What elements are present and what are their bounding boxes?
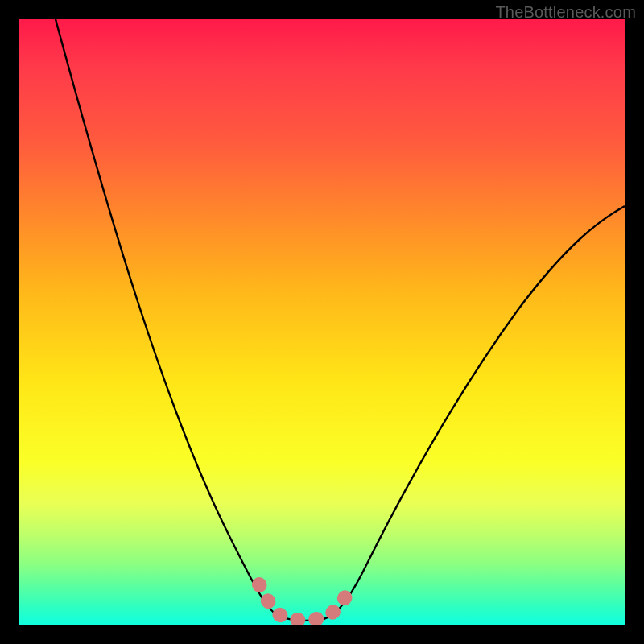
watermark-text: TheBottleneck.com [495,3,636,22]
chart-plot-area [19,19,625,625]
chart-svg [19,19,625,625]
chart-frame: TheBottleneck.com [0,0,644,644]
bottleneck-curve [56,19,625,621]
highlight-band [259,584,351,620]
